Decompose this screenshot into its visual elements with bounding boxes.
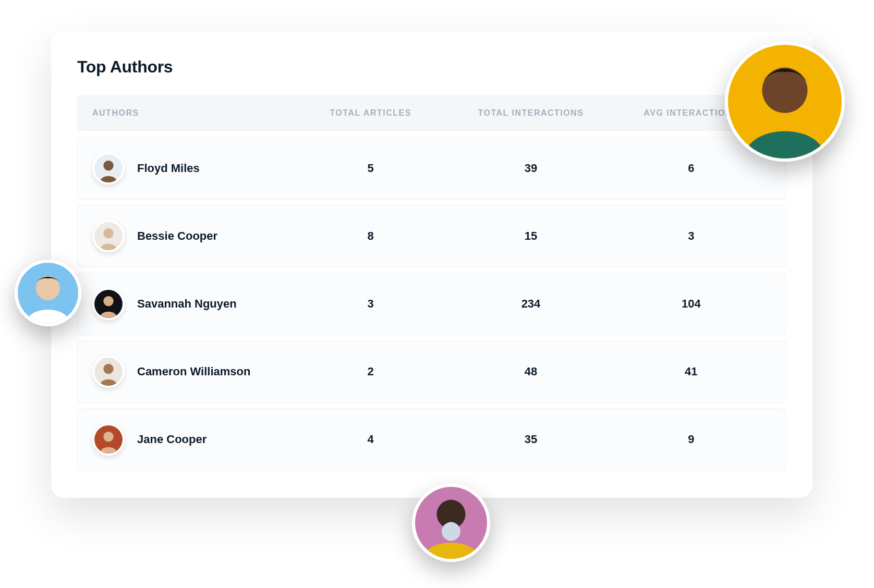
svg-point-7 xyxy=(103,364,113,374)
cell-total-articles: 2 xyxy=(290,365,451,378)
cell-total-interactions: 39 xyxy=(451,162,611,175)
table-row[interactable]: Floyd Miles 5 39 6 xyxy=(77,137,786,200)
cell-total-articles: 4 xyxy=(290,433,451,446)
top-authors-card: Top Authors AUTHORS TOTAL ARTICLES TOTAL… xyxy=(51,31,812,498)
card-title: Top Authors xyxy=(77,57,786,77)
table-row[interactable]: Jane Cooper 4 35 9 xyxy=(77,408,786,471)
cell-avg-interactions: 104 xyxy=(611,297,771,311)
svg-point-5 xyxy=(103,296,113,306)
decorative-avatar-bottom xyxy=(412,484,490,562)
author-cell: Bessie Cooper xyxy=(92,220,290,252)
cell-avg-interactions: 3 xyxy=(611,229,771,243)
cell-avg-interactions: 6 xyxy=(611,162,771,175)
svg-point-3 xyxy=(103,228,113,238)
author-name: Cameron Williamson xyxy=(137,365,250,378)
person-icon xyxy=(94,222,123,250)
cell-total-interactions: 234 xyxy=(451,297,611,311)
table-row[interactable]: Cameron Williamson 2 48 41 xyxy=(77,340,786,403)
cell-total-interactions: 35 xyxy=(451,433,611,446)
cell-total-articles: 8 xyxy=(290,229,451,243)
svg-point-9 xyxy=(103,432,113,442)
person-icon xyxy=(94,425,123,454)
author-cell: Savannah Nguyen xyxy=(92,288,290,320)
cell-total-articles: 3 xyxy=(290,297,451,311)
person-icon xyxy=(94,290,123,318)
avatar xyxy=(92,220,125,252)
author-cell: Cameron Williamson xyxy=(92,356,290,388)
table-row[interactable]: Savannah Nguyen 3 234 104 xyxy=(77,273,786,335)
person-icon xyxy=(18,263,78,323)
cell-avg-interactions: 9 xyxy=(611,433,771,446)
cell-total-articles: 5 xyxy=(290,162,451,175)
table-body: Floyd Miles 5 39 6 Bessie Cooper xyxy=(77,137,786,471)
author-name: Bessie Cooper xyxy=(137,229,217,243)
column-header-authors: AUTHORS xyxy=(92,108,290,118)
svg-point-16 xyxy=(442,522,460,541)
author-name: Savannah Nguyen xyxy=(137,297,237,311)
avatar xyxy=(92,288,125,320)
person-icon xyxy=(94,358,123,386)
cell-total-interactions: 15 xyxy=(451,229,611,243)
decorative-avatar-top-right xyxy=(725,42,845,162)
svg-point-11 xyxy=(762,68,807,113)
person-icon xyxy=(94,154,123,182)
author-name: Floyd Miles xyxy=(137,162,200,175)
avatar xyxy=(92,423,125,456)
author-cell: Jane Cooper xyxy=(92,423,290,456)
author-name: Jane Cooper xyxy=(137,433,207,446)
column-header-total-interactions: TOTAL INTERACTIONS xyxy=(451,108,611,118)
table-row[interactable]: Bessie Cooper 8 15 3 xyxy=(77,205,786,267)
column-header-total-articles: TOTAL ARTICLES xyxy=(290,108,451,118)
person-icon xyxy=(728,45,842,158)
cell-total-interactions: 48 xyxy=(451,365,611,378)
table-header: AUTHORS TOTAL ARTICLES TOTAL INTERACTION… xyxy=(77,95,786,131)
svg-point-1 xyxy=(103,161,113,170)
avatar xyxy=(92,356,125,388)
person-icon xyxy=(415,487,487,559)
author-cell: Floyd Miles xyxy=(92,152,290,185)
decorative-avatar-left xyxy=(15,260,81,326)
avatar xyxy=(92,152,125,185)
cell-avg-interactions: 41 xyxy=(611,365,771,378)
